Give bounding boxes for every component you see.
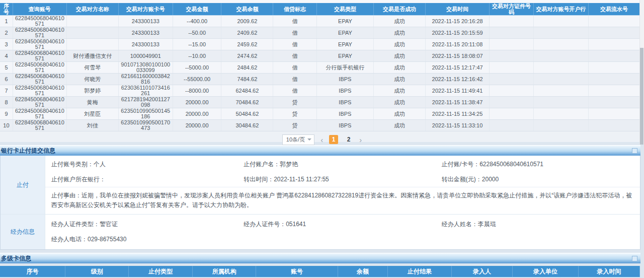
- cell: [490, 27, 534, 39]
- collapse-icon[interactable]: [632, 256, 637, 261]
- cell: 借: [273, 16, 316, 27]
- cell: [533, 50, 588, 62]
- agent-group-label: 经办信息: [1, 215, 45, 249]
- stop-payment-section: 银行卡止付提交信息 止付 止付账号类别：个人 止付账户名：郭梦艳 止付账/卡号：…: [0, 145, 640, 250]
- cell: --55000.00: [173, 74, 221, 85]
- cell: 6228450068040610571: [13, 39, 66, 50]
- cell: [589, 97, 640, 108]
- cell: [589, 74, 640, 85]
- cell: [490, 16, 534, 27]
- prev-page-button[interactable]: ‹: [320, 136, 323, 144]
- cell: --8000.00: [173, 85, 221, 97]
- cell: 2022-11-15 11:33:10: [425, 120, 489, 131]
- stop-payment-group: 止付 止付账号类别：个人 止付账户名：郭梦艳 止付账/卡号：6228450068…: [1, 156, 640, 215]
- cell: 借: [273, 74, 316, 85]
- cell: [589, 85, 640, 97]
- scrollbar-thumb[interactable]: [640, 48, 643, 145]
- cell: 6235010990500145186: [118, 108, 173, 120]
- table-row[interactable]: 36228450068040610571243300133--15.002459…: [0, 39, 640, 50]
- scrollbar[interactable]: [639, 0, 644, 145]
- cell: EPAY: [316, 50, 373, 62]
- cell: [490, 39, 534, 50]
- cell: EPAY: [316, 16, 373, 27]
- table-row[interactable]: 66228450068040610571何晓芳62166116000038428…: [0, 74, 640, 85]
- page-button-1[interactable]: 1: [329, 135, 338, 144]
- cell: [490, 97, 534, 108]
- stop-payment-group-label: 止付: [1, 156, 45, 214]
- cell: 成功: [373, 16, 425, 27]
- table-row[interactable]: 26228450068040610571243300133--50.002409…: [0, 27, 640, 39]
- collapse-icon[interactable]: [632, 148, 637, 154]
- field-transfer-time: 转出时间：2022-11-15 11:27:55: [244, 175, 442, 184]
- next-page-button[interactable]: ›: [359, 136, 362, 144]
- pagination: 10条/页 ‹ 1 2 ›: [0, 131, 644, 148]
- column-header: 账号: [256, 266, 338, 277]
- section-title: 多级卡信息: [1, 254, 31, 263]
- cell: 2022-11-15 20:15:59: [425, 27, 489, 39]
- page-button-2[interactable]: 2: [344, 135, 353, 144]
- column-header: 录入单位: [512, 266, 578, 277]
- column-header: 录入时间: [578, 266, 639, 277]
- stop-payment-fields: 止付账号类别：个人 止付账户名：郭梦艳 止付账/卡号：6228450068040…: [45, 156, 640, 214]
- cell: [66, 16, 118, 27]
- page-size-select[interactable]: 10条/页: [282, 134, 314, 145]
- cell: --50.00: [173, 27, 221, 39]
- cell: 2022-11-15 18:08:07: [425, 50, 489, 62]
- table-row[interactable]: 56228450068040610571何雪琴90107130801001000…: [0, 62, 640, 74]
- cell: IBPS: [316, 97, 373, 108]
- cell: 6217281942001127098: [118, 97, 173, 108]
- cell: 6216611600003842816: [118, 74, 173, 85]
- cell: [589, 27, 640, 39]
- cell: 贷: [273, 97, 316, 108]
- cell: 20000.00: [173, 108, 221, 120]
- table-row[interactable]: 76228450068040610571郭梦婷62303611010734162…: [0, 85, 640, 97]
- cell: 刘星臣: [66, 108, 118, 120]
- cell: [589, 120, 640, 131]
- cell: 成功: [373, 97, 425, 108]
- table-row[interactable]: 16228450068040610571243300133--400.00200…: [0, 16, 640, 27]
- cell: 成功: [373, 85, 425, 97]
- cell: 3: [0, 39, 13, 50]
- cell: 6228450068040610571: [13, 74, 66, 85]
- column-header: 交易类型: [316, 3, 373, 16]
- cell: [589, 108, 640, 120]
- cell: 6228450068040610571: [13, 108, 66, 120]
- field-agent-phone: 经办人电话：029-86755430: [51, 235, 244, 244]
- table-row[interactable]: 96228450068040610571刘星臣62350109905001451…: [0, 108, 640, 120]
- cell: 2022-11-15 12:16:42: [425, 74, 489, 85]
- table-row[interactable]: 86228450068040610571黄梅621728194200112709…: [0, 97, 640, 108]
- column-header: 交易余额: [221, 3, 273, 16]
- cell: [533, 108, 588, 120]
- cell: IBPS: [316, 108, 373, 120]
- cell: 成功: [373, 62, 425, 74]
- column-header: 止付类型: [129, 266, 193, 277]
- stop-payment-reason: 止付事由：近期，我单位在接报刘妮被骗警情中，发现涉案人员利用贵单位相关账户 曹鸿…: [45, 187, 640, 214]
- column-header: 交易金额: [173, 3, 221, 16]
- cell: 6228450068040610571: [13, 85, 66, 97]
- cell: 9010713080100100033099: [118, 62, 173, 74]
- cell: 2009.62: [221, 16, 273, 27]
- cell: 刘佳: [66, 120, 118, 131]
- table-row[interactable]: 106228450068040610571刘佳62350109905001704…: [0, 120, 640, 131]
- cell: [533, 74, 588, 85]
- cell: 7484.62: [221, 74, 273, 85]
- cell: 黄梅: [66, 97, 118, 108]
- table-row[interactable]: 46228450068040610571财付通微信支付1000049901--1…: [0, 50, 640, 62]
- cell: 借: [273, 50, 316, 62]
- cell: 2022-11-15 12:17:47: [425, 62, 489, 74]
- cell: EPAY: [316, 27, 373, 39]
- column-header: 级别: [65, 266, 129, 277]
- agent-fields: 经办人证件类型：警官证 经办人证件号：051641 经办人姓名：李晨琨 经办人电…: [45, 215, 640, 249]
- cell: [490, 120, 534, 131]
- cell: 243300133: [118, 27, 173, 39]
- cell: 成功: [373, 50, 425, 62]
- cell: 243300133: [118, 39, 173, 50]
- cell: [490, 74, 534, 85]
- cell: IBPS: [316, 74, 373, 85]
- cell: 6228450068040610571: [13, 62, 66, 74]
- multi-card-section-header: 多级卡信息: [0, 253, 640, 263]
- transactions-table: 序号查询账号交易对方名称交易对方账卡号交易金额交易余额借贷标志交易类型交易是否成…: [0, 3, 640, 131]
- cell: --5000.00: [173, 62, 221, 74]
- field-account-type: 止付账号类别：个人: [51, 160, 244, 169]
- cell: --400.00: [173, 16, 221, 27]
